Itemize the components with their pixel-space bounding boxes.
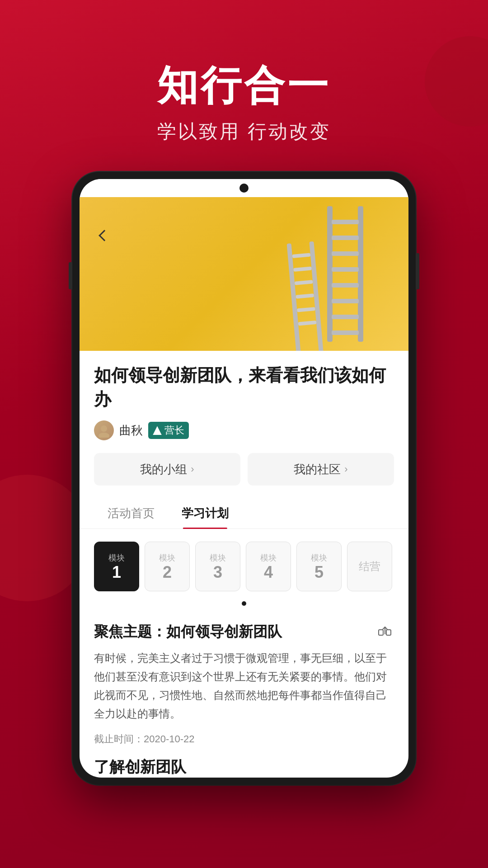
tab-bar: 活动首页 学习计划 (80, 498, 408, 529)
focus-body: 有时候，完美主义者过于习惯于微观管理，事无巨细，以至于他们甚至没有意识到这个世界… (94, 649, 394, 723)
rank-badge: 营长 (148, 422, 189, 439)
ladder-small (287, 241, 323, 343)
ladder-right-rail (358, 206, 363, 342)
svg-rect-2 (379, 630, 383, 635)
author-row: 曲秋 营长 (94, 420, 394, 440)
ladder-rung-5 (332, 283, 359, 288)
section-title: 了解创新团队 (94, 757, 394, 778)
rank-badge-icon (153, 426, 162, 435)
module-tab-closing[interactable]: 结营 (347, 542, 392, 591)
svg-point-1 (99, 433, 109, 438)
phone-volume-button (69, 262, 72, 289)
community-chevron-icon: › (344, 463, 347, 475)
tab-learning-label: 学习计划 (182, 506, 229, 520)
my-group-button[interactable]: 我的小组 › (94, 453, 240, 486)
module-tab-1[interactable]: 模块 1 (94, 542, 139, 591)
phone-frame: 如何领导创新团队，来看看我们该如何办 曲秋 营长 (72, 172, 416, 785)
author-avatar (94, 420, 114, 440)
small-ladder-rung-1 (292, 253, 311, 258)
module-1-label: 模块 (108, 552, 125, 563)
my-community-button[interactable]: 我的社区 › (248, 453, 394, 486)
ladder-left-rail (327, 206, 333, 342)
module-tab-2[interactable]: 模块 2 (145, 542, 190, 591)
back-chevron-icon (99, 230, 110, 241)
ladder-rung-2 (332, 236, 359, 240)
ladder-rung-3 (332, 251, 359, 256)
ladder-rung-6 (332, 299, 359, 303)
phone-screen: 如何领导创新团队，来看看我们该如何办 曲秋 营长 (80, 179, 408, 778)
module-tab-4[interactable]: 模块 4 (246, 542, 291, 591)
small-ladder-rung-3 (295, 280, 313, 285)
phone-mockup: 如何领导创新团队，来看看我们该如何办 曲秋 营长 (72, 172, 416, 785)
tab-activity-label: 活动首页 (108, 506, 155, 520)
module-5-num: 5 (314, 563, 324, 581)
phone-status-bar (80, 179, 408, 197)
focus-title-row: 聚焦主题：如何领导创新团队 (94, 622, 394, 642)
back-button[interactable] (93, 224, 116, 247)
svg-point-0 (101, 425, 107, 432)
avatar-inner (94, 420, 114, 440)
tab-activity-home[interactable]: 活动首页 (94, 498, 168, 528)
module-4-label: 模块 (260, 552, 277, 563)
small-ladder-rung-5 (297, 307, 315, 312)
hero-section: 知行合一 学以致用 行动改变 (0, 0, 488, 171)
small-ladder-rung-4 (296, 293, 314, 298)
module-3-num: 3 (213, 563, 222, 581)
phone-camera (239, 184, 249, 193)
module-2-num: 2 (163, 563, 172, 581)
focus-title: 聚焦主题：如何领导创新团队 (94, 622, 282, 642)
tab-learning-plan[interactable]: 学习计划 (168, 498, 242, 528)
module-tab-3[interactable]: 模块 3 (195, 542, 240, 591)
deadline-text: 截止时间：2020-10-22 (94, 732, 394, 746)
article-title: 如何领导创新团队，来看看我们该如何办 (94, 363, 394, 411)
my-group-label: 我的小组 (140, 462, 187, 477)
article-hero-image (80, 197, 408, 351)
phone-power-button (416, 253, 419, 289)
module-2-label: 模块 (159, 552, 175, 563)
share-icon (378, 625, 392, 639)
ladder-rung-8 (332, 330, 359, 335)
module-closing-label: 结营 (359, 559, 380, 574)
ladder-rung-7 (332, 315, 359, 319)
ladder-rung-1 (332, 220, 359, 224)
small-ladder-rung-6 (298, 321, 317, 326)
ladder-rung-4 (332, 267, 359, 272)
svg-rect-4 (386, 630, 391, 635)
article-content: 如何领导创新团队，来看看我们该如何办 曲秋 营长 (80, 351, 408, 440)
ladder-large (327, 206, 363, 342)
dot-indicator (80, 596, 408, 611)
module-4-num: 4 (264, 563, 273, 581)
module-tab-5[interactable]: 模块 5 (296, 542, 342, 591)
small-ladder-rung-2 (293, 266, 312, 271)
module-5-label: 模块 (311, 552, 327, 563)
author-name: 曲秋 (119, 423, 143, 439)
avatar-icon (97, 423, 111, 438)
module-1-num: 1 (112, 563, 121, 581)
focus-section: 聚焦主题：如何领导创新团队 有时候，完美主义者过于习惯于微观管理，事无巨细，以至… (80, 611, 408, 777)
rank-badge-label: 营长 (164, 424, 184, 437)
active-dot (242, 601, 246, 606)
my-community-label: 我的社区 (294, 462, 341, 477)
module-tabs: 模块 1 模块 2 模块 3 模块 4 模块 5 (80, 542, 408, 591)
share-button[interactable] (376, 623, 394, 641)
hero-title: 知行合一 (0, 63, 488, 108)
hero-subtitle: 学以致用 行动改变 (0, 119, 488, 144)
nav-buttons-row: 我的小组 › 我的社区 › (94, 453, 394, 486)
module-3-label: 模块 (210, 552, 226, 563)
group-chevron-icon: › (191, 463, 194, 475)
